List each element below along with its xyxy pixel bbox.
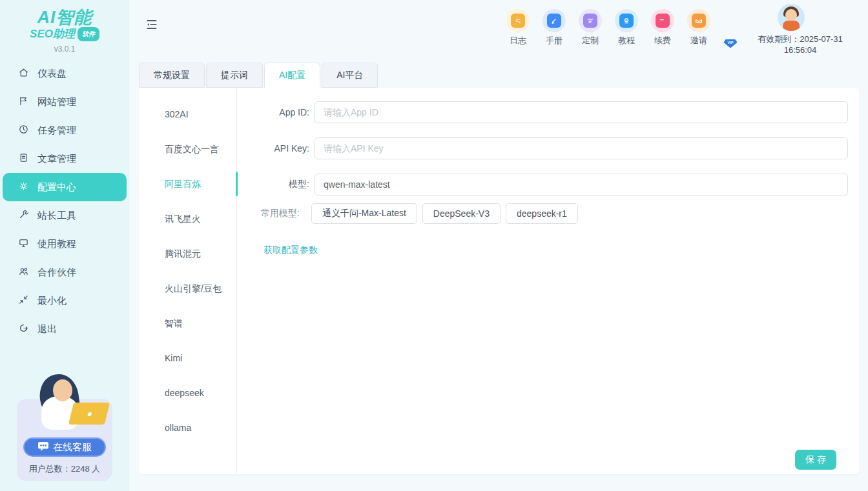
minimize-icon [18, 294, 29, 307]
flag-icon [18, 95, 29, 108]
save-button[interactable]: 保存 [795, 450, 836, 470]
tab-ai-platform[interactable]: AI平台 [322, 63, 378, 88]
provider-zhipu[interactable]: 智谱 [139, 306, 236, 341]
wrench-icon [18, 209, 29, 222]
quick-action-manual[interactable]: 手册 [536, 9, 572, 46]
sidebar-item-tasks[interactable]: 任务管理 [0, 116, 129, 145]
logo-badge: 软件 [78, 27, 99, 41]
vip-expiry-text: 有效期到：2025-07-31 16:56:04 [741, 34, 859, 55]
renew-icon [656, 14, 670, 28]
main-area: 日志 手册 定制 教程 续费 邀请 VIP 有效期到：2025-07-31 1 [129, 0, 868, 491]
app-id-label: App ID: [237, 107, 309, 117]
api-key-input[interactable] [315, 137, 848, 159]
quick-action-renew[interactable]: 续费 [645, 9, 681, 46]
api-key-label: API Key: [237, 143, 309, 154]
api-key-row: API Key: [237, 137, 848, 159]
svg-text:VIP: VIP [727, 41, 733, 45]
logo-title: AI智能 [0, 8, 129, 27]
monitor-icon [18, 237, 29, 250]
sidebar-item-webmaster-tools[interactable]: 站长工具 [0, 201, 129, 230]
manual-icon [547, 14, 561, 28]
online-support-label: 在线客服 [53, 441, 92, 454]
model-row: 模型: [237, 174, 848, 195]
partners-icon [18, 266, 29, 279]
quick-action-label: 日志 [510, 35, 526, 46]
quick-action-invite[interactable]: 邀请 [681, 9, 717, 46]
tab-prompts[interactable]: 提示词 [206, 63, 263, 88]
provider-ollama[interactable]: ollama [139, 410, 236, 445]
provider-tencent-hunyuan[interactable]: 腾讯混元 [139, 236, 236, 271]
sidebar-menu: 仪表盘 网站管理 任务管理 文章管理 配置中心 站长工具 使用教程 合作伙伴 [0, 59, 129, 343]
sidebar-item-websites[interactable]: 网站管理 [0, 88, 129, 116]
quick-action-logs[interactable]: 日志 [500, 9, 536, 46]
sidebar-item-label: 使用教程 [37, 238, 76, 250]
home-icon [18, 67, 29, 80]
tab-ai-config[interactable]: AI配置 [264, 63, 320, 88]
common-model-deepseek-r1-button[interactable]: deepseek-r1 [506, 203, 578, 224]
vip-icon: VIP [723, 39, 738, 50]
tutorial-icon [619, 14, 634, 28]
sidebar-item-label: 仪表盘 [37, 68, 67, 80]
sidebar-item-label: 配置中心 [37, 181, 76, 194]
sidebar-item-label: 最小化 [37, 295, 67, 307]
common-models-label: 常用模型: [261, 208, 300, 219]
support-illustration [22, 374, 107, 436]
sidebar-item-label: 站长工具 [37, 210, 76, 222]
quick-action-label: 手册 [546, 35, 563, 46]
ai-config-panel: 302AI 百度文心一言 阿里百炼 讯飞星火 腾讯混元 火山引擎/豆包 智谱 K… [139, 88, 859, 474]
sidebar-item-tutorials[interactable]: 使用教程 [0, 230, 129, 258]
log-icon [511, 14, 525, 28]
common-model-qwen-button[interactable]: 通义千问-Max-Latest [311, 203, 417, 224]
provider-list: 302AI 百度文心一言 阿里百炼 讯飞星火 腾讯混元 火山引擎/豆包 智谱 K… [139, 88, 237, 474]
app-version: v3.0.1 [0, 45, 129, 54]
logo-subtitle: SEO助理软件 [0, 27, 129, 41]
provider-volcano-doubao[interactable]: 火山引擎/豆包 [139, 271, 236, 306]
quick-action-label: 教程 [618, 35, 635, 46]
sidebar-item-label: 任务管理 [37, 125, 76, 137]
app-id-row: App ID: [237, 101, 848, 123]
sidebar-item-articles[interactable]: 文章管理 [0, 145, 129, 173]
customize-icon [583, 14, 597, 28]
chat-icon [37, 441, 49, 454]
quick-action-label: 定制 [582, 35, 599, 46]
common-model-deepseek-v3-button[interactable]: DeepSeek-V3 [422, 203, 501, 224]
model-label: 模型: [237, 179, 309, 190]
sidebar-item-minimize[interactable]: 最小化 [0, 286, 129, 315]
provider-deepseek[interactable]: deepseek [139, 376, 236, 410]
app-logo: AI智能 SEO助理软件 v3.0.1 [0, 0, 129, 59]
provider-xunfei-spark[interactable]: 讯飞星火 [139, 201, 236, 236]
tab-general-settings[interactable]: 常规设置 [139, 63, 205, 88]
logout-icon [18, 323, 29, 336]
document-icon [18, 152, 29, 165]
collapse-menu-icon[interactable] [145, 18, 158, 31]
clock-icon [18, 124, 29, 137]
online-support-button[interactable]: 在线客服 [23, 437, 106, 457]
sidebar-item-label: 合作伙伴 [37, 266, 76, 279]
gear-icon [18, 181, 29, 194]
sidebar: AI智能 SEO助理软件 v3.0.1 仪表盘 网站管理 任务管理 文章管理 配… [0, 0, 129, 491]
quick-action-customize[interactable]: 定制 [572, 9, 608, 46]
user-total-count: 用户总数：2248 人 [17, 463, 112, 475]
settings-tabs: 常规设置 提示词 AI配置 AI平台 [139, 63, 378, 88]
avatar[interactable] [778, 4, 805, 31]
sidebar-item-config-center[interactable]: 配置中心 [3, 173, 127, 201]
provider-kimi[interactable]: Kimi [139, 341, 236, 376]
provider-ali-bailian[interactable]: 阿里百炼 [139, 166, 236, 201]
sidebar-item-label: 退出 [37, 323, 57, 336]
provider-302ai[interactable]: 302AI [139, 97, 236, 132]
invite-icon [692, 14, 706, 28]
quick-action-label: 续费 [654, 35, 671, 46]
provider-baidu-ernie[interactable]: 百度文心一言 [139, 132, 236, 166]
vip-status: VIP 有效期到：2025-07-31 16:56:04 [723, 34, 859, 55]
model-input[interactable] [315, 174, 848, 195]
sidebar-item-dashboard[interactable]: 仪表盘 [0, 59, 129, 88]
user-block: VIP 有效期到：2025-07-31 16:56:04 [723, 4, 859, 55]
app-id-input[interactable] [315, 101, 848, 123]
get-config-params-link[interactable]: 获取配置参数 [264, 245, 318, 256]
quick-action-label: 邀请 [690, 35, 707, 46]
sidebar-item-logout[interactable]: 退出 [0, 315, 129, 343]
sidebar-item-partners[interactable]: 合作伙伴 [0, 258, 129, 286]
quick-action-tutorial[interactable]: 教程 [608, 9, 645, 46]
sidebar-item-label: 文章管理 [37, 153, 76, 165]
support-card: 在线客服 用户总数：2248 人 [17, 399, 112, 481]
